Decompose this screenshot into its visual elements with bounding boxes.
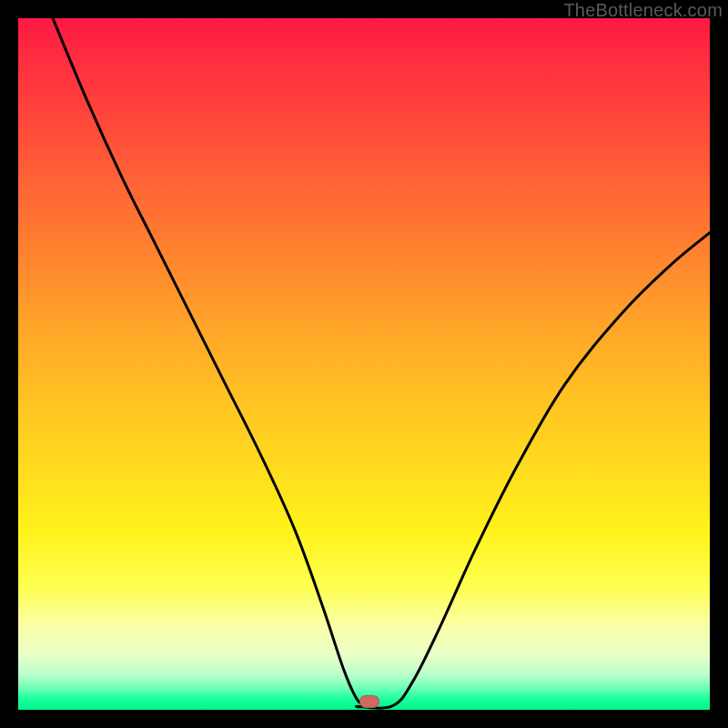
bottleneck-marker <box>359 695 379 708</box>
plot-frame <box>18 18 710 710</box>
plot-background-gradient <box>18 18 710 710</box>
